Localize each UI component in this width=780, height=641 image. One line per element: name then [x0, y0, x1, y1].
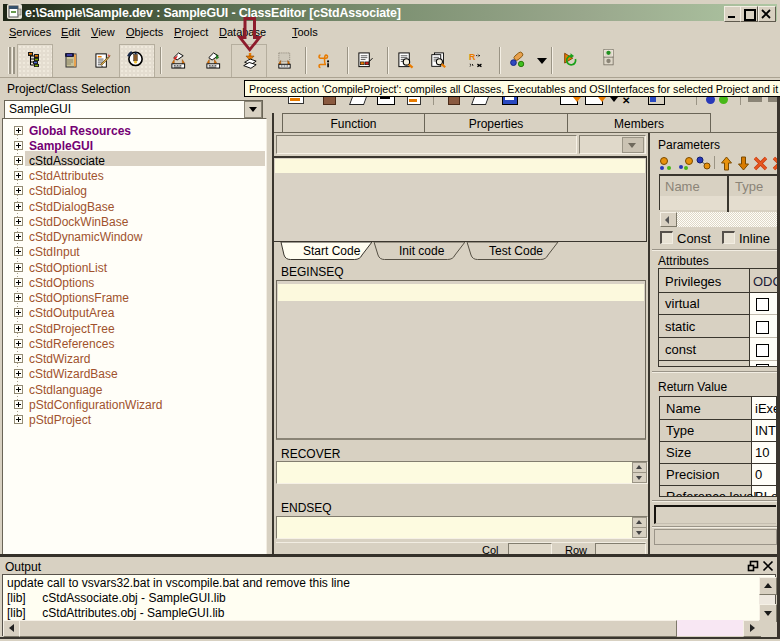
svg-text:Test Code: Test Code — [489, 244, 543, 258]
svg-text:Init code: Init code — [399, 244, 445, 258]
svg-text:R: R — [469, 52, 476, 62]
svg-text:Start Code: Start Code — [303, 244, 361, 258]
